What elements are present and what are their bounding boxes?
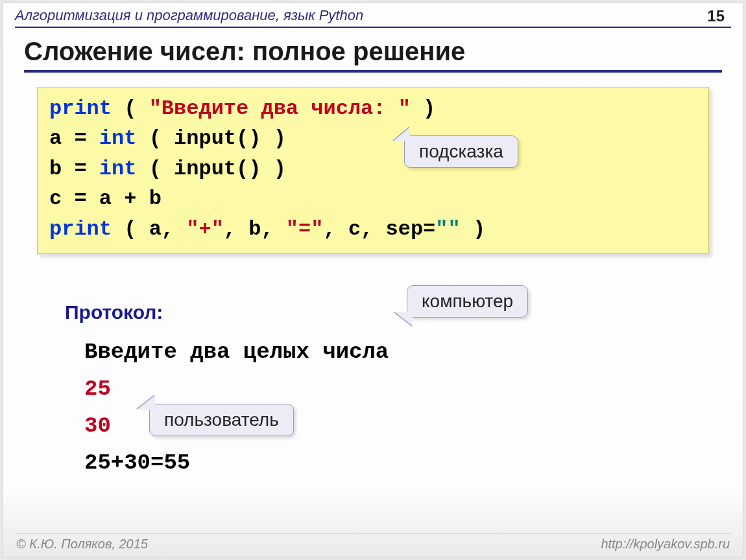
- header-rule: [15, 27, 731, 28]
- footer-copyright: © К.Ю. Поляков, 2015: [16, 537, 148, 552]
- code-text: a =: [49, 126, 99, 150]
- callout-computer: компьютер: [407, 285, 528, 318]
- footer: © К.Ю. Поляков, 2015 http://kpolyakov.sp…: [16, 537, 730, 552]
- callout-hint: подсказка: [404, 135, 518, 168]
- code-text: ): [411, 97, 435, 121]
- protocol-label: Протокол:: [65, 301, 163, 323]
- top-bar: Алгоритмизация и программирование, язык …: [3, 3, 743, 25]
- callout-user: пользователь: [149, 404, 294, 436]
- callout-user-label: пользователь: [164, 410, 279, 430]
- code-keyword-print: print: [49, 97, 112, 121]
- callout-hint-label: подсказка: [419, 141, 503, 161]
- code-keyword-print: print: [49, 217, 112, 241]
- code-keyword-int: int: [99, 126, 137, 150]
- slide-title: Сложение чисел: полное решение: [24, 37, 722, 66]
- title-rule: [24, 70, 722, 73]
- callout-tail-icon: [394, 312, 413, 326]
- code-text: ( input() ): [136, 126, 285, 150]
- callout-tail-icon: [393, 127, 410, 141]
- code-string-empty: "": [435, 217, 460, 241]
- code-text: ( a,: [112, 217, 186, 241]
- callout-tail-icon: [137, 395, 155, 410]
- code-text: , b,: [224, 217, 286, 241]
- callout-computer-label: компьютер: [422, 291, 513, 311]
- footer-url: http://kpolyakov.spb.ru: [601, 537, 730, 552]
- code-text: c = a + b: [49, 187, 162, 211]
- code-keyword-int: int: [99, 157, 137, 181]
- code-text: ( input() ): [136, 157, 285, 181]
- code-text: , c, sep=: [323, 217, 435, 241]
- code-string: "=": [286, 217, 324, 241]
- protocol-result: 25+30=55: [84, 450, 190, 475]
- code-text: (: [112, 97, 149, 121]
- protocol-user-input: 25: [84, 377, 111, 401]
- footer-rule: [15, 533, 731, 533]
- course-title: Алгоритмизация и программирование, язык …: [15, 7, 363, 24]
- slide: Алгоритмизация и программирование, язык …: [3, 3, 743, 557]
- protocol-user-input: 30: [84, 414, 111, 438]
- protocol-prompt: Введите два целых числа: [84, 340, 389, 364]
- code-string: "+": [186, 217, 224, 241]
- page-number: 15: [707, 7, 725, 25]
- code-text: ): [461, 217, 485, 241]
- code-block: print ( "Введите два числа: " ) a = int …: [37, 87, 709, 254]
- code-string: "Введите два числа: ": [149, 97, 411, 121]
- code-text: b =: [49, 157, 99, 181]
